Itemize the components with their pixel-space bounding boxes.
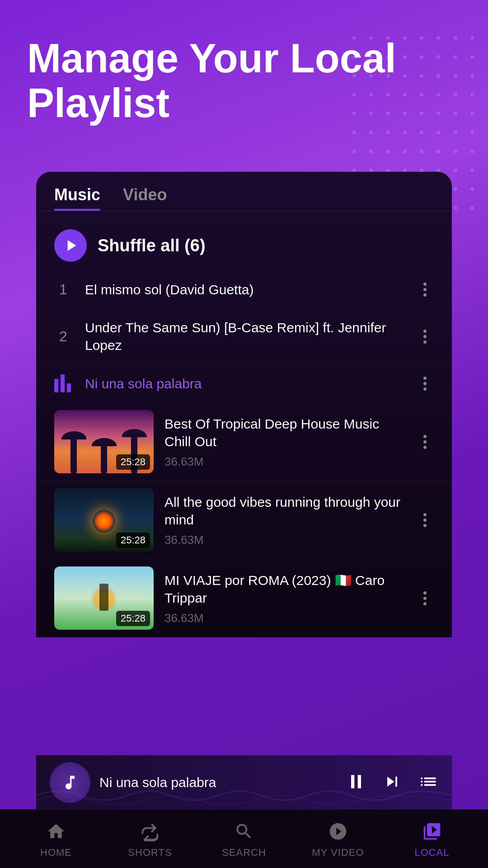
video-duration: 25:28 bbox=[116, 454, 150, 470]
list-item[interactable]: 1 El mismo sol (David Guetta) bbox=[36, 271, 452, 309]
tab-video[interactable]: Video bbox=[123, 185, 167, 211]
thumbnail: 25:28 bbox=[54, 488, 154, 552]
more-options-icon[interactable] bbox=[416, 377, 434, 391]
track-list: 1 El mismo sol (David Guetta) 2 Under Th… bbox=[36, 271, 452, 637]
track-title: El mismo sol (David Guetta) bbox=[85, 281, 403, 298]
track-number: 2 bbox=[54, 328, 72, 345]
list-item[interactable]: 25:28 All the good vibes running through… bbox=[36, 481, 452, 559]
track-number: 1 bbox=[54, 281, 72, 298]
main-card: Music Video Shuffle all (6) 1 El mismo s… bbox=[36, 172, 452, 637]
shorts-icon bbox=[138, 820, 162, 843]
home-icon bbox=[44, 820, 68, 843]
thumbnail: 25:28 bbox=[54, 410, 154, 473]
nav-label-home: HOME bbox=[40, 847, 72, 859]
now-playing-bars bbox=[54, 374, 72, 392]
list-item[interactable]: 2 Under The Same Sun) [B-Case Remix] ft.… bbox=[36, 309, 452, 364]
tab-bar: Music Video bbox=[36, 172, 452, 211]
video-duration: 25:28 bbox=[116, 611, 150, 626]
video-title: All the good vibes running through your … bbox=[164, 493, 405, 528]
video-title: MI VIAJE por ROMA (2023) 🇮🇹 Caro Trippar bbox=[164, 571, 405, 607]
thumbnail: 25:28 bbox=[54, 566, 154, 630]
nav-item-my-video[interactable]: MY VIDEO bbox=[291, 820, 385, 859]
page-title: Manage Your Local Playlist bbox=[0, 0, 488, 144]
now-playing-bar: Ni una sola palabra bbox=[36, 755, 452, 809]
nav-label-my-video: MY VIDEO bbox=[312, 847, 364, 859]
nav-item-local[interactable]: LOCAL bbox=[385, 820, 479, 859]
more-options-icon[interactable] bbox=[416, 591, 434, 605]
bottom-navigation: HOME SHORTS SEARCH MY VIDEO LOCAL bbox=[0, 809, 488, 868]
nav-item-shorts[interactable]: SHORTS bbox=[103, 820, 197, 859]
svg-marker-0 bbox=[67, 240, 76, 251]
search-icon bbox=[232, 820, 256, 843]
video-title: Best Of Tropical Deep House Music Chill … bbox=[164, 415, 405, 450]
more-options-icon[interactable] bbox=[416, 330, 434, 344]
nav-item-home[interactable]: HOME bbox=[9, 820, 103, 859]
nav-item-search[interactable]: SEARCH bbox=[197, 820, 291, 859]
play-icon bbox=[65, 238, 79, 253]
track-title: Ni una sola palabra bbox=[85, 375, 403, 392]
nav-label-shorts: SHORTS bbox=[128, 847, 172, 859]
list-item[interactable]: 25:28 Best Of Tropical Deep House Music … bbox=[36, 403, 452, 481]
nav-label-local: LOCAL bbox=[414, 847, 449, 859]
nav-label-search: SEARCH bbox=[222, 847, 266, 859]
tab-music[interactable]: Music bbox=[54, 185, 100, 211]
track-title: Under The Same Sun) [B-Case Remix] ft. J… bbox=[85, 319, 403, 354]
shuffle-label: Shuffle all (6) bbox=[98, 236, 206, 255]
wave-decoration bbox=[36, 782, 452, 809]
my-video-icon bbox=[326, 820, 350, 843]
video-size: 36.63M bbox=[164, 455, 405, 469]
video-size: 36.63M bbox=[164, 533, 405, 547]
shuffle-play-button[interactable] bbox=[54, 229, 87, 262]
video-duration: 25:28 bbox=[116, 533, 150, 548]
tab-divider bbox=[36, 211, 452, 211]
list-item[interactable]: 25:28 MI VIAJE por ROMA (2023) 🇮🇹 Caro T… bbox=[36, 559, 452, 637]
more-options-icon[interactable] bbox=[416, 513, 434, 527]
list-item[interactable]: Ni una sola palabra bbox=[36, 364, 452, 403]
local-icon bbox=[420, 820, 444, 843]
more-options-icon[interactable] bbox=[416, 435, 434, 449]
shuffle-row: Shuffle all (6) bbox=[36, 220, 452, 271]
video-size: 36.63M bbox=[164, 611, 405, 625]
more-options-icon[interactable] bbox=[416, 283, 434, 297]
